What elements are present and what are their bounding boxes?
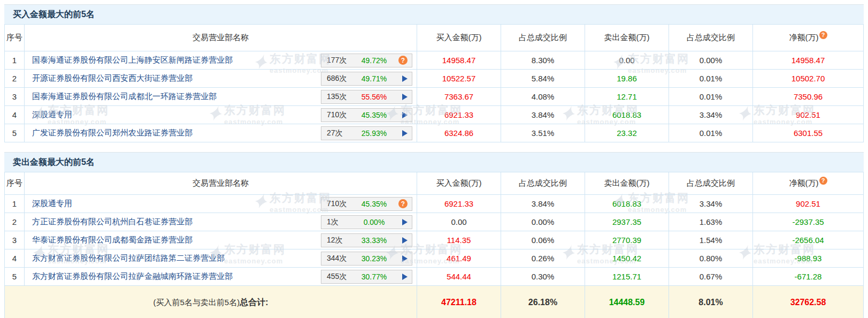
trade-count-badge[interactable]: 135次 55.56% ? bbox=[321, 90, 412, 104]
expand-arrow-icon[interactable] bbox=[402, 237, 408, 244]
branch-name-link[interactable]: 广发证券股份有限公司郑州农业路证券营业部 bbox=[32, 128, 321, 138]
trade-count-badge[interactable]: 344次 30.23% ? bbox=[321, 252, 412, 266]
trade-count-badge[interactable]: 1次 0.00% ? bbox=[321, 215, 412, 229]
section-title-top-buyers: 买入金额最大的前5名 bbox=[4, 4, 864, 24]
sell-amount: 1450.42 bbox=[612, 254, 641, 263]
expand-arrow-icon[interactable] bbox=[402, 94, 408, 100]
sell-ratio: 3.34% bbox=[700, 110, 723, 119]
help-icon[interactable]: ? bbox=[819, 31, 827, 39]
section-divider bbox=[4, 142, 864, 152]
win-rate: 25.93% bbox=[351, 129, 397, 138]
sell-ratio: 3.34% bbox=[700, 199, 723, 208]
help-icon[interactable]: ? bbox=[398, 199, 408, 208]
branch-name-link[interactable]: 华泰证券股份有限公司成都蜀金路证券营业部 bbox=[32, 235, 321, 245]
branch-name-link[interactable]: 深股通专用 bbox=[32, 199, 321, 209]
grand-total-label: 总合计: bbox=[240, 297, 268, 308]
sell-amount: 6018.83 bbox=[612, 199, 641, 208]
buy-ratio: 8.30% bbox=[532, 56, 555, 65]
top-buyers-table: 序号 交易营业部名称 买入金额(万) 占总成交比例 卖出金额(万) 占总成交比例… bbox=[4, 24, 864, 142]
sell-amount-cell: 6018.83 bbox=[585, 195, 669, 213]
expand-arrow-icon[interactable] bbox=[402, 255, 408, 262]
help-icon[interactable]: ? bbox=[819, 177, 827, 185]
net-amount-cell: 6301.55 bbox=[753, 124, 863, 142]
sell-ratio: 0.01% bbox=[700, 92, 723, 101]
buy-amount: 10522.57 bbox=[442, 74, 476, 83]
table-row: 5 东方财富证券股份有限公司拉萨金融城南环路证券营业部 455次 30.77% … bbox=[5, 268, 863, 286]
net-amount-cell: 10502.70 bbox=[753, 70, 863, 87]
buy-amount: 6324.86 bbox=[444, 128, 473, 138]
rank-cell: 4 bbox=[5, 106, 25, 124]
net-amount: 6301.55 bbox=[794, 128, 823, 138]
rank-cell: 3 bbox=[5, 88, 25, 105]
sell-amount-cell: 0.00 bbox=[585, 51, 669, 69]
trade-count-badge[interactable]: 686次 49.71% ? bbox=[321, 72, 412, 86]
expand-arrow-icon[interactable] bbox=[402, 219, 408, 225]
trade-count: 344次 bbox=[327, 254, 351, 263]
buy-ratio-cell: 4.08% bbox=[501, 88, 585, 105]
help-icon[interactable]: ? bbox=[398, 56, 408, 65]
branch-name-link[interactable]: 东方财富证券股份有限公司拉萨金融城南环路证券营业部 bbox=[32, 271, 321, 282]
rank-number: 2 bbox=[12, 74, 17, 83]
branch-name-cell: 东方财富证券股份有限公司拉萨金融城南环路证券营业部 455次 30.77% ? bbox=[25, 268, 417, 285]
buy-amount-cell: 461.49 bbox=[417, 249, 501, 267]
branch-name-link[interactable]: 国泰海通证券股份有限公司成都北一环路证券营业部 bbox=[32, 92, 321, 102]
expand-arrow-icon[interactable] bbox=[402, 130, 408, 137]
expand-arrow-icon[interactable] bbox=[402, 75, 408, 82]
sell-amount: 2937.35 bbox=[612, 217, 641, 226]
branch-name-cell: 华泰证券股份有限公司成都蜀金路证券营业部 12次 33.33% ? bbox=[25, 231, 417, 249]
sell-amount-cell: 2937.35 bbox=[585, 213, 669, 231]
branch-name-cell: 国泰海通证券股份有限公司上海静安区新闸路证券营业部 177次 49.72% ? bbox=[25, 51, 417, 69]
table-row: 2 方正证券股份有限公司杭州白石巷证券营业部 1次 0.00% ? 0.00 0… bbox=[5, 213, 863, 231]
win-rate: 55.56% bbox=[351, 93, 397, 101]
rank-cell: 3 bbox=[5, 231, 25, 249]
net-amount-cell: 902.51 bbox=[753, 195, 863, 213]
branch-name-link[interactable]: 国泰海通证券股份有限公司上海静安区新闸路证券营业部 bbox=[32, 55, 321, 65]
rank-cell: 4 bbox=[5, 249, 25, 267]
sell-amount-cell: 1215.71 bbox=[585, 268, 669, 285]
rank-number: 5 bbox=[12, 128, 17, 138]
sell-ratio-cell: 0.80% bbox=[669, 249, 753, 267]
sell-amount: 19.86 bbox=[617, 74, 637, 83]
table-row: 4 东方财富证券股份有限公司拉萨团结路第二证券营业部 344次 30.23% ?… bbox=[5, 249, 863, 268]
win-rate: 45.35% bbox=[351, 200, 397, 208]
table-row: 3 国泰海通证券股份有限公司成都北一环路证券营业部 135次 55.56% ? … bbox=[5, 88, 863, 106]
buy-ratio-cell: 8.30% bbox=[501, 51, 585, 69]
trade-count: 27次 bbox=[327, 128, 351, 138]
win-rate: 49.71% bbox=[351, 74, 397, 83]
branch-name-link[interactable]: 方正证券股份有限公司杭州白石巷证券营业部 bbox=[32, 217, 321, 227]
trade-count-badge[interactable]: 27次 25.93% ? bbox=[321, 126, 412, 140]
table-row: 4 深股通专用 710次 45.35% ? 6921.33 3.84% 6018… bbox=[5, 106, 863, 124]
trade-count: 710次 bbox=[327, 199, 351, 209]
trade-count: 12次 bbox=[327, 236, 351, 245]
buy-amount: 7363.67 bbox=[444, 92, 473, 101]
rank-number: 1 bbox=[12, 56, 17, 65]
rank-cell: 5 bbox=[5, 124, 25, 142]
trade-count-badge[interactable]: 710次 45.35% ? bbox=[321, 197, 412, 211]
branch-name-cell: 国泰海通证券股份有限公司成都北一环路证券营业部 135次 55.56% ? bbox=[25, 88, 417, 105]
trade-count-badge[interactable]: 710次 45.35% ? bbox=[321, 108, 412, 122]
badge-icon-box: ? bbox=[397, 130, 408, 137]
win-rate: 45.35% bbox=[351, 111, 397, 119]
trade-count-badge[interactable]: 455次 30.77% ? bbox=[321, 270, 412, 284]
expand-arrow-icon[interactable] bbox=[402, 274, 408, 280]
rank-cell: 2 bbox=[5, 213, 25, 231]
sell-amount-cell: 2770.39 bbox=[585, 231, 669, 249]
sell-ratio-cell: 0.67% bbox=[669, 268, 753, 285]
table-row: 2 开源证券股份有限公司西安西大街证券营业部 686次 49.71% ? 105… bbox=[5, 70, 863, 88]
branch-name-link[interactable]: 开源证券股份有限公司西安西大街证券营业部 bbox=[32, 73, 321, 84]
sell-ratio-cell: 0.01% bbox=[669, 88, 753, 105]
rank-number: 5 bbox=[12, 272, 17, 281]
buy-ratio-cell: 0.00% bbox=[501, 213, 585, 231]
sell-amount-cell: 6018.83 bbox=[585, 106, 669, 124]
trade-count-badge[interactable]: 177次 49.72% ? bbox=[321, 54, 412, 67]
trade-count-badge[interactable]: 12次 33.33% ? bbox=[321, 233, 412, 247]
branch-name-link[interactable]: 深股通专用 bbox=[32, 110, 321, 120]
trade-count: 455次 bbox=[327, 272, 351, 282]
expand-arrow-icon[interactable] bbox=[402, 112, 408, 118]
rank-number: 1 bbox=[12, 199, 17, 208]
net-amount-cell: 902.51 bbox=[753, 106, 863, 124]
buy-amount: 114.35 bbox=[447, 236, 471, 245]
branch-name-link[interactable]: 东方财富证券股份有限公司拉萨团结路第二证券营业部 bbox=[32, 253, 321, 263]
net-amount: 902.51 bbox=[796, 199, 820, 208]
trade-count: 686次 bbox=[327, 74, 351, 84]
